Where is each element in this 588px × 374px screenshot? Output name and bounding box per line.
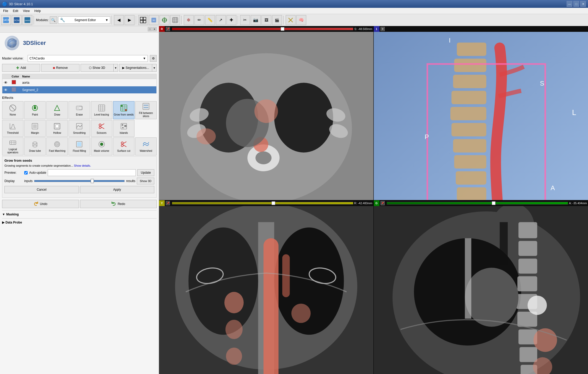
tb-3d[interactable]: 3D: [149, 15, 159, 25]
color-swatch-aorta: [12, 80, 16, 84]
update-input[interactable]: [48, 169, 136, 176]
effect-draw[interactable]: Draw: [46, 101, 68, 119]
maximize-button[interactable]: □: [573, 1, 579, 7]
tb-snowflake[interactable]: ❄: [184, 15, 194, 25]
module-dropdown[interactable]: 🔧 Segment Editor ▼: [58, 16, 110, 24]
sagittal-slider[interactable]: [387, 202, 568, 204]
effect-islands[interactable]: Islands: [113, 120, 134, 137]
viewport-3d[interactable]: 1 ⚙: [374, 26, 588, 200]
visibility-icon-segment2[interactable]: 👁: [4, 88, 8, 92]
effect-watershed[interactable]: Watershed: [135, 137, 157, 155]
visibility-icon-aorta[interactable]: 👁: [4, 81, 8, 85]
effect-fastmarching[interactable]: Fast Marching: [46, 137, 68, 155]
add-segment-button[interactable]: ✚ Add: [2, 64, 40, 72]
update-button[interactable]: Update: [137, 169, 154, 176]
svg-rect-104: [450, 107, 486, 120]
effect-logical[interactable]: Logical operators: [2, 137, 23, 155]
tb-layout[interactable]: [138, 15, 148, 25]
show-details-link[interactable]: Show details.: [74, 164, 91, 167]
panel-toggle-button[interactable]: □: [148, 27, 152, 31]
data-probe-header[interactable]: ▶ Data Probe: [2, 220, 157, 225]
tb-forward[interactable]: ▶: [125, 15, 134, 25]
segment-row-aorta[interactable]: 👁 aorta: [2, 79, 157, 86]
axial-slider[interactable]: [172, 28, 353, 30]
effect-erase[interactable]: Erase: [69, 101, 90, 119]
smoothing-label: Smoothing: [73, 131, 86, 135]
tb-grid[interactable]: [170, 15, 180, 25]
undo-button[interactable]: Undo: [2, 200, 79, 208]
panel-close-button[interactable]: ✕: [152, 27, 157, 31]
effect-leveltracing[interactable]: Level tracing: [91, 101, 112, 119]
effect-maskvol[interactable]: Mask volume: [91, 137, 112, 155]
tb-record[interactable]: 🎬: [272, 15, 282, 25]
remove-segment-button[interactable]: ■ Remove: [41, 64, 79, 72]
undo-label: Undo: [40, 202, 47, 206]
hollow-label: Hollow: [53, 131, 61, 135]
effect-floodfill[interactable]: Flood filling: [69, 137, 90, 155]
tb-measure[interactable]: 📏: [205, 15, 215, 25]
effect-growseeds[interactable]: Grow from seeds: [113, 101, 134, 119]
show3d-arrow-button[interactable]: ▼: [113, 64, 118, 72]
segmentations-main-button[interactable]: ▶ Segmentations...: [119, 64, 152, 72]
menu-file[interactable]: File: [1, 9, 10, 13]
display-slider-container: [34, 180, 125, 182]
segment-row-segment2[interactable]: 👁 Segment_2: [2, 86, 157, 94]
display-row: Display inputs results Show 3D: [4, 178, 154, 184]
coronal-pin-icon[interactable]: 📌: [166, 201, 170, 205]
tb-dcm[interactable]: DCM: [12, 15, 22, 25]
tb-cross[interactable]: ✚: [226, 15, 236, 25]
scissors-icon: [98, 122, 106, 131]
effect-none[interactable]: None: [2, 101, 23, 119]
menu-edit[interactable]: Edit: [11, 9, 20, 13]
chevron-down-icon: ▼: [143, 57, 146, 60]
display-slider[interactable]: [34, 180, 125, 182]
effect-paint[interactable]: Paint: [24, 101, 46, 119]
effect-drawtube[interactable]: Draw tube: [24, 137, 46, 155]
effect-fillbetween[interactable]: Fill between slices: [135, 101, 157, 119]
display-show3d-button[interactable]: Show 3D: [137, 178, 154, 184]
apply-button[interactable]: Apply: [80, 186, 155, 193]
segmentations-arrow-button[interactable]: ▼: [152, 64, 157, 72]
tb-brain[interactable]: 🧠: [296, 15, 306, 25]
viewport-coronal[interactable]: Y 📌 R: -42.483mm: [159, 200, 373, 374]
close-button[interactable]: ✕: [580, 1, 586, 7]
effect-scissors[interactable]: Scissors: [91, 120, 112, 137]
tb-axes[interactable]: +: [286, 15, 296, 25]
masking-header[interactable]: ▼ Masking: [2, 212, 157, 217]
tb-scissors2[interactable]: ✂: [240, 15, 250, 25]
tb-crosshair[interactable]: [160, 15, 169, 25]
show3d-main-button[interactable]: ⬡ Show 3D: [81, 64, 113, 72]
effect-surfcut[interactable]: Surface cut: [113, 137, 134, 155]
tb-pen[interactable]: ✏: [194, 15, 204, 25]
master-volume-dropdown[interactable]: CTACardio ▼: [28, 55, 148, 62]
module-search-button[interactable]: 🔍: [50, 16, 57, 24]
sagittal-pin-icon[interactable]: 📌: [381, 201, 385, 205]
tb-screenshot[interactable]: 📷: [251, 15, 261, 25]
tb-back[interactable]: ◀: [114, 15, 124, 25]
surfcut-icon: [120, 140, 128, 149]
effect-margin[interactable]: Margin: [24, 120, 46, 137]
master-volume-settings-button[interactable]: ⚙: [150, 55, 157, 62]
viewport-axial[interactable]: R 📌 S: -48.500mm: [159, 26, 373, 200]
redo-button[interactable]: Redo: [80, 200, 157, 208]
tb-data[interactable]: DATA: [1, 15, 11, 25]
panel-header: □ ✕: [0, 26, 159, 33]
tb-screenshot2[interactable]: 🖼: [261, 15, 271, 25]
viewport-sagittal[interactable]: G 📌 A: -35.404mm: [374, 200, 588, 374]
effect-threshold[interactable]: Threshold: [2, 120, 23, 137]
effect-smoothing[interactable]: Smoothing: [69, 120, 90, 137]
minimize-button[interactable]: —: [567, 1, 572, 7]
svg-point-88: [255, 152, 272, 164]
effect-hollow[interactable]: Hollow: [46, 120, 68, 137]
tb-curve[interactable]: ↗: [216, 15, 226, 25]
auto-update-checkbox[interactable]: [24, 171, 28, 174]
cancel-button[interactable]: Cancel: [4, 186, 79, 193]
3d-settings-icon[interactable]: ⚙: [381, 27, 385, 31]
menu-view[interactable]: View: [21, 9, 32, 13]
axial-pin-icon[interactable]: 📌: [166, 27, 170, 31]
menu-help[interactable]: Help: [32, 9, 43, 13]
svg-point-146: [528, 295, 547, 315]
tb-save[interactable]: SAVE: [22, 15, 32, 25]
coronal-slider[interactable]: [172, 202, 353, 204]
threshold-icon: [9, 122, 17, 131]
